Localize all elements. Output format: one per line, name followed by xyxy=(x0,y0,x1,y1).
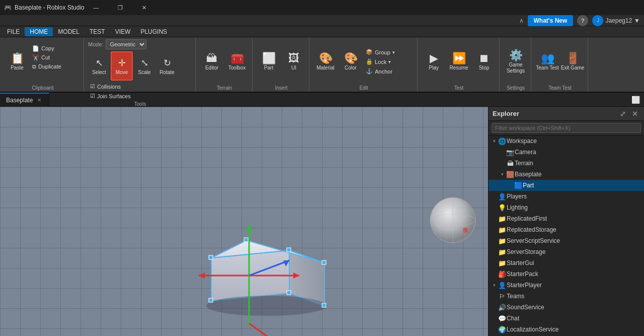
lock-button[interactable]: 🔒 Lock ▾ xyxy=(364,57,414,66)
menu-home[interactable]: HOME xyxy=(25,27,53,36)
tree-item-label: StarterPack xyxy=(507,271,641,278)
svg-rect-30 xyxy=(287,291,291,295)
menu-file[interactable]: FILE xyxy=(2,27,25,36)
maximize-button[interactable]: ❐ xyxy=(109,0,132,15)
ribbon: 📋 Paste 📄 Copy ✂️ Cut ⧉ Duplicate xyxy=(0,37,644,93)
menu-view[interactable]: VIEW xyxy=(110,27,136,36)
tree-item-icon: 🟫 xyxy=(506,171,515,178)
ui-button[interactable]: 🖼 UI xyxy=(282,44,306,80)
tree-item[interactable]: 💡Lighting xyxy=(489,202,644,213)
scale-button[interactable]: ⤡ Scale xyxy=(133,51,155,81)
toolbox-icon: 🧰 xyxy=(230,53,244,64)
move-button[interactable]: ✛ Move xyxy=(111,51,133,81)
tree-item[interactable]: 📷Camera xyxy=(489,147,644,158)
team-test-button[interactable]: 👥 Team Test xyxy=(535,44,559,80)
tree-item-label: LocalizationService xyxy=(507,326,641,333)
resume-button[interactable]: ⏩ Resume xyxy=(447,44,471,80)
select-button[interactable]: ↖ Select xyxy=(88,51,110,81)
menu-plugins[interactable]: PLUGINS xyxy=(135,27,172,36)
tab-close-button[interactable]: ✕ xyxy=(36,97,43,103)
material-button[interactable]: 🎨 Material xyxy=(313,44,338,80)
tree-item[interactable]: 📁ServerStorage xyxy=(489,246,644,257)
app-icon: 🎮 xyxy=(4,4,12,11)
tree-item[interactable]: 🎒StarterPack xyxy=(489,268,644,280)
tree-item[interactable]: 👤Players xyxy=(489,191,644,202)
clipboard-content: 📋 Paste 📄 Copy ✂️ Cut ⧉ Duplicate xyxy=(5,39,80,84)
mode-select[interactable]: Geometric Surface xyxy=(106,39,146,49)
color-button[interactable]: 🎨 Color xyxy=(339,44,363,80)
ui-icon: 🖼 xyxy=(288,53,299,64)
expand-viewport-button[interactable]: ⬜ xyxy=(627,96,644,104)
rotate-button[interactable]: ↻ Rotate xyxy=(156,51,178,81)
window-controls: — ❐ ✕ xyxy=(85,0,156,15)
edit-content: 🎨 Material 🎨 Color 📦 Group ▾ 🔒 Lock ▾ xyxy=(313,39,414,84)
stop-icon: ⏹ xyxy=(478,53,490,64)
minimize-button[interactable]: — xyxy=(85,0,108,15)
tree-item[interactable]: 📁ReplicatedStorage xyxy=(489,224,644,235)
tree-item[interactable]: 🟦Part xyxy=(489,180,644,191)
tree-item-label: StarterGui xyxy=(507,259,641,266)
exit-game-button[interactable]: 🚪 Exit Game xyxy=(560,44,585,80)
cut-button[interactable]: ✂️ Cut xyxy=(30,53,80,62)
tree-item-label: Chat xyxy=(507,315,641,322)
gear-icon: ⚙️ xyxy=(509,50,523,61)
copy-button[interactable]: 📄 Copy xyxy=(30,44,80,53)
titlebar: 🎮 Baseplate - Roblox Studio — ❐ ✕ xyxy=(0,0,644,15)
whatsnew-button[interactable]: What's New xyxy=(528,15,574,26)
tab-label: Baseplate xyxy=(6,97,33,104)
group-button[interactable]: 📦 Group ▾ xyxy=(364,48,414,56)
tree-item-icon: 📁 xyxy=(498,237,507,245)
team-test-content: 👥 Team Test 🚪 Exit Game xyxy=(535,39,585,84)
tree-item-icon: 🏔 xyxy=(506,160,515,167)
tree-item[interactable]: 💬Chat xyxy=(489,313,644,324)
duplicate-button[interactable]: ⧉ Duplicate xyxy=(30,62,80,71)
tree-item-icon: 💬 xyxy=(498,315,507,322)
user-profile[interactable]: J Jaepeg12 ▼ xyxy=(592,15,640,26)
collisions-button[interactable]: ☑ Collisions xyxy=(88,82,192,91)
tree-item[interactable]: 🏳Teams xyxy=(489,291,644,302)
terrain-label: Terrain xyxy=(217,84,232,91)
play-button[interactable]: ▶ Play xyxy=(422,44,446,80)
tree-item[interactable]: 🏔Terrain xyxy=(489,158,644,169)
viewport[interactable]: L xyxy=(0,107,488,336)
tree-item[interactable]: 📁ServerScriptService xyxy=(489,235,644,246)
tree-item-icon: 🔊 xyxy=(498,304,507,311)
toolbox-button[interactable]: 🧰 Toolbox xyxy=(225,44,249,80)
explorer-expand-button[interactable]: ⤢ xyxy=(618,109,628,119)
play-icon: ▶ xyxy=(430,53,438,64)
paste-button[interactable]: 📋 Paste xyxy=(5,44,29,80)
menu-test[interactable]: TEST xyxy=(85,27,110,36)
cut-icon: ✂️ xyxy=(32,54,39,61)
help-button[interactable]: ? xyxy=(577,15,588,26)
part-button[interactable]: ⬜ Part xyxy=(257,44,281,80)
editor-button[interactable]: 🏔 Editor xyxy=(200,44,224,80)
filter-input[interactable] xyxy=(492,123,641,133)
user-avatar: J xyxy=(592,15,603,26)
tree-item[interactable]: ▾🌐Workspace xyxy=(489,136,644,147)
expand-ribbon-button[interactable]: ∧ xyxy=(519,17,524,24)
tree-item-icon: 🟦 xyxy=(514,182,523,189)
tree-item-label: ServerStorage xyxy=(507,248,641,255)
explorer-close-button[interactable]: ✕ xyxy=(630,109,640,119)
ribbon-group-clipboard: 📋 Paste 📄 Copy ✂️ Cut ⧉ Duplicate xyxy=(2,37,84,92)
tree-item[interactable]: ▾🟫Baseplate xyxy=(489,169,644,180)
close-button[interactable]: ✕ xyxy=(133,0,156,15)
team-test-label: Team Test xyxy=(548,84,571,91)
tree-item[interactable]: 📁StarterGui xyxy=(489,257,644,268)
join-surfaces-button[interactable]: ☑ Join Surfaces xyxy=(88,92,192,100)
tree-item[interactable]: 🔊SoundService xyxy=(489,302,644,313)
tree-item[interactable]: ▾👤StarterPlayer xyxy=(489,280,644,291)
anchor-button[interactable]: ⚓ Anchor xyxy=(364,67,414,76)
duplicate-icon: ⧉ xyxy=(32,63,36,70)
menu-model[interactable]: MODEL xyxy=(53,27,85,36)
stop-button[interactable]: ⏹ Stop xyxy=(472,44,496,80)
tab-baseplate[interactable]: Baseplate ✕ xyxy=(0,93,49,107)
terrain-content: 🏔 Editor 🧰 Toolbox xyxy=(200,39,249,84)
game-settings-button[interactable]: ⚙️ Game Settings xyxy=(504,44,528,80)
tree-item[interactable]: 🌍LocalizationService xyxy=(489,324,644,335)
scene-svg: L xyxy=(0,107,488,336)
tree-item[interactable]: 📁ReplicatedFirst xyxy=(489,213,644,224)
material-icon: 🎨 xyxy=(319,53,333,64)
tree-item-icon: 🌐 xyxy=(498,138,507,145)
ribbon-group-insert: ⬜ Part 🖼 UI Insert xyxy=(254,37,309,92)
